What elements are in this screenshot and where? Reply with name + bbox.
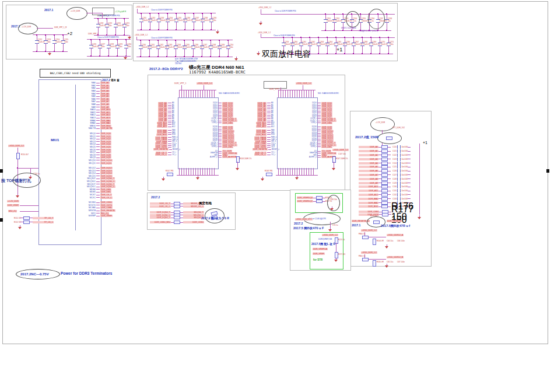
placement-note: Close to DDR POWER PIN xyxy=(275,10,296,12)
resistor xyxy=(381,145,388,149)
net-label: DDR_VPP_1 xyxy=(88,33,99,35)
resistor-row: DDR_ODT0 R177 150 xyxy=(359,214,431,216)
wire xyxy=(334,162,334,166)
capacitor-symbol xyxy=(397,177,401,181)
resistor xyxy=(381,181,388,185)
net-label: MIU_ZQ xyxy=(8,210,17,212)
termination-row: DDR_A11 C131 10n/16V xyxy=(359,189,411,193)
ground-symbol xyxy=(384,244,389,249)
for-str-note: for STR xyxy=(313,258,322,261)
wire xyxy=(303,85,303,90)
net-label: DDR_VPP_1_R xyxy=(54,26,66,29)
capacitor: C23810u/6.3V xyxy=(198,13,207,30)
ground-symbol xyxy=(256,51,261,55)
pin-group-cmd: DDR_RASBRAS_nDDR_CASBCAS_nDDR_WEBWE_nDDR… xyxy=(153,136,180,150)
resistor xyxy=(316,200,322,203)
capacitor: C235100n/6.3V xyxy=(172,13,181,30)
ground-symbol xyxy=(258,21,263,25)
termination-row: DDR_A1 C121 10n/16V xyxy=(359,149,411,153)
resistor xyxy=(23,220,30,224)
capacitor-symbol xyxy=(397,197,401,201)
cap-label: C70 1u xyxy=(332,224,338,226)
rev-date: 2017.1 xyxy=(352,223,360,227)
net-label: +VDD_DDR_1.2 xyxy=(322,234,338,236)
net-label: +VDD_DDR_1.2 xyxy=(258,32,271,34)
capacitor: C237100n/6.3V xyxy=(190,13,198,30)
capacitor-symbol xyxy=(397,165,401,169)
net-label: +VDD_DDR_1.2 xyxy=(361,229,377,232)
termination-row: DDR_A2 C122 10n/16V xyxy=(359,153,411,158)
capacitor: C22810u/6.3V xyxy=(104,40,113,56)
wire xyxy=(204,85,204,90)
power-flag-ellipse: +1.2V_DDR xyxy=(66,7,87,20)
cap-bank-left: C22210u/6.3VC223100nC22410u/6.3VC225100n xyxy=(33,34,68,52)
resistor xyxy=(23,216,30,220)
zq-resistor-label: R167 240R 1% xyxy=(336,158,348,160)
capacitor: C25210u/6.3V xyxy=(330,14,339,30)
capacitor: C248100n/6.3V xyxy=(206,40,215,57)
capacitor-symbol xyxy=(397,145,401,149)
ground-symbol xyxy=(17,225,22,229)
resistor xyxy=(174,216,180,219)
fb-label: FB61 1k xyxy=(359,255,365,257)
net-label: VTT_DDR_1V2 xyxy=(392,127,405,129)
capacitor: C24110u/6.3V xyxy=(145,40,154,57)
zq-resistor-label: R163 240R 1% xyxy=(240,158,251,160)
revision-circle xyxy=(346,11,360,27)
capacitor-symbol xyxy=(397,189,401,192)
capacitor-symbol xyxy=(397,181,401,185)
capacitor: C233100n/6.3V xyxy=(155,13,163,30)
resistor xyxy=(381,169,388,173)
capacitor: C271100n xyxy=(384,37,393,54)
resistor xyxy=(381,149,388,153)
capacitor: C250100n xyxy=(224,40,233,57)
capacitor: C219100n xyxy=(103,19,111,35)
cap-bank-top: C21810u/6.3VC219100nC22010u/6.3VC221100n xyxy=(94,18,129,36)
wire xyxy=(86,13,103,13)
capacitor: C22610u/6.3V xyxy=(87,40,96,56)
termination-row: DDR_A9 C129 10n/16V xyxy=(359,181,411,185)
vdd-label: +VDD_DDR_1.2 xyxy=(296,82,312,85)
resistor xyxy=(373,239,376,245)
termination-rows: DDR_A0 C120 10n/16V DDR_A1 C121 10n/16V … xyxy=(359,145,411,209)
ground-symbol xyxy=(235,166,240,170)
ground-symbol xyxy=(123,55,128,60)
xover-note: 翼交包地 xyxy=(199,201,212,205)
rev-date: 2017.1 xyxy=(44,8,53,12)
ground-symbol xyxy=(329,206,334,211)
topleft-power-block: 2017.1 +1.2V_DDR DDR_VPP_1 +1.2V改贴R R Cl… xyxy=(6,5,132,60)
green-highlight-box-2: +VDD_DDR_1.2 DDR3(VREF) NB 2017.5圈 配L 改 … xyxy=(310,232,343,270)
capacitor-symbol xyxy=(397,162,401,165)
pin-group-cmd: DDR_RASBRAS_nDDR_CASBCAS_nDDR_WEBWE_nDDR… xyxy=(253,136,279,150)
ground-symbol xyxy=(294,176,299,180)
capacitor: C22210u/6.3V xyxy=(33,35,41,51)
rev-date: 2017.2 xyxy=(294,222,303,225)
cap-label: C67 100n xyxy=(397,261,405,263)
block-title: 双面放件电容 xyxy=(262,49,311,60)
cap-label: C64 10u xyxy=(387,240,393,242)
miu-pin-group-dq-low: MDQ0DDR_DQ0MDQ1DDR_DQ1MDQ2DDR_DQ2MDQ3DDR… xyxy=(80,132,124,164)
ground-symbol xyxy=(384,264,389,268)
resistor-label: R165 0R xyxy=(377,261,384,263)
resistor xyxy=(16,153,20,159)
wire xyxy=(369,259,386,260)
net-flag: +1.2V_DDR xyxy=(22,26,31,28)
decoupling-block: +VDD_DDR_1.2 Close to DDR POWER PIN C231… xyxy=(133,3,398,61)
cap-bank-rail2: C240100n/6.3VC24110u/6.3VC242100n/6.3VC2… xyxy=(136,40,233,57)
ground-symbol xyxy=(334,258,338,262)
green-highlight-box-1: DDR_VREFDQ0 R186 1k DDR_VREFDQ1 R187 1k … xyxy=(295,193,343,213)
ground-symbol xyxy=(195,176,200,180)
termination-row: DDR_A5 C125 10n/16V xyxy=(359,165,411,169)
ground-symbol xyxy=(331,166,336,170)
pin-group-dql: DQL0DDR_DQ0DQL1DDR_DQ1DQL2DDR_DQ2DQL3DDR… xyxy=(308,102,336,124)
resistor xyxy=(373,260,376,267)
pin-group-ck: DDR_CK_TCK_tDDR_CK_CCK_c xyxy=(153,152,180,156)
miu-pins: MA0DDR_A0MA1DDR_A1MA2DDR_A2MA3DDR_A3MA4D… xyxy=(80,82,124,218)
miu-pin-group-addr: MA0DDR_A0MA1DDR_A1MA2DDR_A2MA3DDR_A3MA4D… xyxy=(80,82,124,130)
ground-symbol xyxy=(127,35,132,39)
resistor-label: R150 4k7 xyxy=(21,153,29,156)
net-flag: +1.2V_DDR xyxy=(71,10,80,12)
ck-rows: DDR_CK_T MDDR_CK_T DDR_CK_C MDDR_CK_C xyxy=(150,202,204,208)
capacitor: C230100n xyxy=(122,40,131,56)
resistor-row: DDR_CK_C MDDR_CK_C xyxy=(150,205,204,208)
